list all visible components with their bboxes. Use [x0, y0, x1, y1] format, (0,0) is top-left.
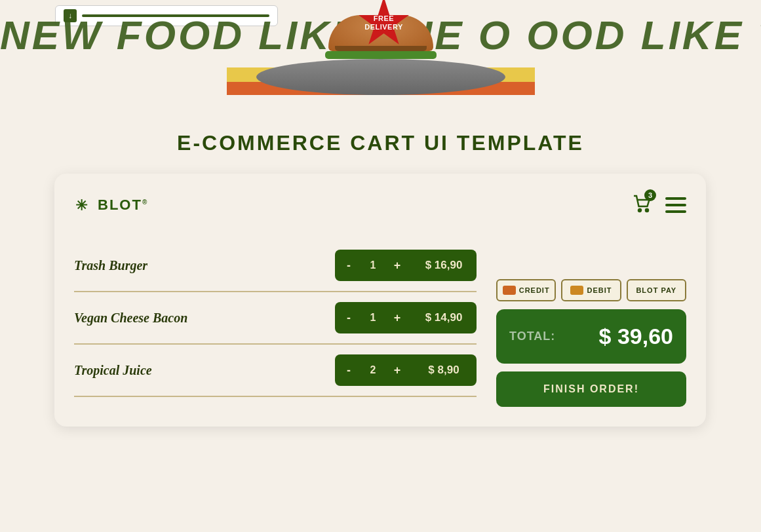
item-price-1: $ 14,90 — [411, 302, 477, 333]
total-box: TOTAL: $ 39,60 — [496, 309, 686, 364]
item-price-2: $ 8,90 — [411, 354, 477, 386]
badge-text: FREE DELIVERY — [364, 14, 403, 31]
lettuce — [325, 51, 437, 59]
payment-method-debit[interactable]: DEBIT — [561, 279, 621, 301]
cart-items-section: Trash Burger - 1 + $ 16,90 Vegan Cheese … — [74, 240, 477, 407]
decrease-qty-button-2[interactable]: - — [335, 354, 362, 386]
increase-qty-button-1[interactable]: + — [383, 302, 411, 333]
hamburger-line-3 — [665, 210, 686, 213]
logo-area: ✳ BLOT® — [74, 196, 148, 214]
payment-blotpay-label: BLOT PAY — [636, 286, 676, 294]
increase-qty-button-0[interactable]: + — [383, 250, 411, 281]
burger-plate: FREE DELIVERY — [227, 0, 535, 95]
logo-text: BLOT® — [98, 197, 148, 214]
table-row: Trash Burger - 1 + $ 16,90 — [74, 240, 477, 292]
plate — [256, 59, 505, 95]
payment-debit-label: DEBIT — [587, 286, 612, 294]
hamburger-menu-button[interactable] — [665, 197, 686, 213]
qty-display-1: 1 — [362, 302, 383, 333]
table-row: Vegan Cheese Bacon - 1 + $ 14,90 — [74, 292, 477, 345]
cart-badge: 3 — [644, 189, 656, 201]
cart-icon-button[interactable]: 3 — [631, 193, 652, 217]
total-label: TOTAL: — [509, 330, 555, 343]
total-amount: $ 39,60 — [599, 324, 673, 349]
decrease-qty-button-1[interactable]: - — [335, 302, 362, 333]
qty-display-2: 2 — [362, 354, 383, 386]
item-name-tropical-juice: Tropical Juice — [74, 363, 152, 378]
free-delivery-badge: FREE DELIVERY — [358, 0, 410, 49]
qty-display-0: 1 — [362, 250, 383, 281]
svg-point-1 — [638, 209, 641, 212]
cart-container: ✳ BLOT® 3 — [54, 174, 706, 427]
table-row: Tropical Juice - 2 + $ 8,90 — [74, 345, 477, 397]
page-title: E-COMMERCE CART UI TEMPLATE — [177, 131, 584, 155]
finish-order-button[interactable]: FINISH ORDER! — [496, 371, 686, 407]
payment-method-blot-pay[interactable]: BLOT PAY — [627, 279, 686, 301]
item-name-trash-burger: Trash Burger — [74, 258, 147, 273]
payment-section: CREDIT DEBIT BLOT PAY TOTAL: $ 39,60 FIN… — [496, 240, 686, 407]
svg-point-2 — [646, 209, 648, 212]
logo-snowflake-icon: ✳ — [74, 196, 92, 214]
hamburger-line-1 — [665, 197, 686, 200]
item-price-0: $ 16,90 — [411, 250, 477, 281]
item-controls-2: - 2 + $ 8,90 — [335, 354, 477, 386]
increase-qty-button-2[interactable]: + — [383, 354, 411, 386]
hero-area: FREE DELIVERY — [0, 0, 761, 105]
cart-nav: ✳ BLOT® 3 — [74, 193, 686, 217]
debit-card-icon — [570, 286, 583, 295]
decrease-qty-button-0[interactable]: - — [335, 250, 362, 281]
svg-text:✳: ✳ — [75, 197, 88, 214]
item-controls-0: - 1 + $ 16,90 — [335, 250, 477, 281]
payment-credit-label: CREDIT — [519, 286, 550, 294]
item-controls-1: - 1 + $ 14,90 — [335, 302, 477, 333]
item-name-vegan-cheese-bacon: Vegan Cheese Bacon — [74, 311, 187, 326]
payment-methods: CREDIT DEBIT BLOT PAY — [496, 279, 686, 301]
credit-card-icon — [503, 286, 516, 295]
nav-right: 3 — [631, 193, 686, 217]
hamburger-line-2 — [665, 204, 686, 206]
cart-content: Trash Burger - 1 + $ 16,90 Vegan Cheese … — [74, 240, 686, 407]
payment-method-credit[interactable]: CREDIT — [496, 279, 556, 301]
